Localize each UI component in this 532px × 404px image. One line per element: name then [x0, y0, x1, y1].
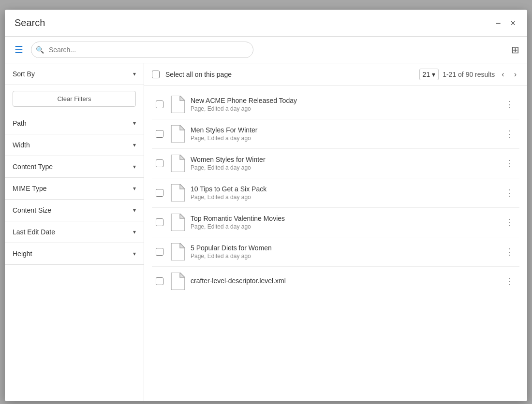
- more-icon: ⋮: [505, 99, 514, 110]
- more-icon: ⋮: [505, 217, 514, 228]
- filter-section-path: Path ▾: [5, 113, 144, 134]
- result-title: Women Styles for Winter: [191, 156, 497, 163]
- result-info: Top Romantic Valentine Movies Page, Edit…: [191, 215, 497, 230]
- more-icon: ⋮: [505, 246, 514, 257]
- width-chevron-icon: ▾: [133, 142, 136, 148]
- close-button[interactable]: ×: [508, 17, 517, 29]
- filter-header-height[interactable]: Height ▾: [5, 243, 144, 264]
- grid-view-button[interactable]: ⊞: [511, 44, 519, 56]
- table-row: 5 Popular Diets for Women Page, Edited a…: [152, 237, 519, 267]
- result-title: 10 Tips to Get a Six Pack: [191, 185, 497, 193]
- result-more-button[interactable]: ⋮: [503, 274, 516, 289]
- result-meta: Page, Edited a day ago: [191, 223, 497, 230]
- result-more-button[interactable]: ⋮: [503, 156, 516, 171]
- result-checkbox[interactable]: [156, 218, 163, 226]
- result-checkbox[interactable]: [156, 159, 163, 167]
- filter-section-last-edit-date: Last Edit Date ▾: [5, 221, 144, 243]
- result-title: Top Romantic Valentine Movies: [191, 215, 497, 222]
- filter-header-content-size[interactable]: Content Size ▾: [5, 200, 144, 221]
- modal-header: Search − ×: [5, 10, 527, 37]
- search-toolbar: ☰ 🔍 ⊞: [5, 37, 527, 63]
- table-row: crafter-level-descriptor.level.xml ⋮: [152, 267, 519, 296]
- filter-header-content-type[interactable]: Content Type ▾: [5, 156, 144, 177]
- result-checkbox[interactable]: [156, 189, 163, 197]
- filter-label-mime-type: MIME Type: [13, 185, 47, 192]
- filter-label-path: Path: [13, 119, 27, 127]
- result-meta: Page, Edited a day ago: [191, 164, 497, 171]
- result-more-button[interactable]: ⋮: [503, 245, 516, 259]
- result-title: Men Styles For Winter: [191, 126, 497, 134]
- table-row: Women Styles for Winter Page, Edited a d…: [152, 149, 519, 178]
- filter-label-width: Width: [13, 141, 30, 149]
- result-title: 5 Popular Diets for Women: [191, 244, 497, 252]
- content-area: Select all on this page 21 ▾ 1-21 of 90 …: [144, 63, 527, 401]
- filter-header-last-edit-date[interactable]: Last Edit Date ▾: [5, 221, 144, 243]
- filter-section-width: Width ▾: [5, 134, 144, 156]
- document-icon: [169, 273, 185, 290]
- table-row: 10 Tips to Get a Six Pack Page, Edited a…: [152, 178, 519, 208]
- results-count: 1-21 of 90 results: [443, 71, 495, 78]
- minimize-button[interactable]: −: [494, 17, 503, 29]
- document-icon: [169, 125, 185, 143]
- prev-page-button[interactable]: ‹: [499, 68, 507, 81]
- filter-header-mime-type[interactable]: MIME Type ▾: [5, 178, 144, 199]
- modal-title: Search: [15, 17, 45, 29]
- filter-header-path[interactable]: Path ▾: [5, 113, 144, 134]
- filter-label-content-type: Content Type: [13, 163, 53, 171]
- select-all-checkbox[interactable]: [152, 71, 160, 78]
- search-input[interactable]: [31, 42, 253, 58]
- search-modal: Search − × ☰ 🔍 ⊞: [5, 10, 527, 401]
- search-icon: 🔍: [36, 46, 44, 54]
- result-title: crafter-level-descriptor.level.xml: [191, 277, 497, 285]
- minimize-icon: −: [496, 19, 501, 28]
- filter-section-content-type: Content Type ▾: [5, 156, 144, 178]
- document-icon: [169, 96, 185, 113]
- result-checkbox[interactable]: [156, 101, 163, 108]
- prev-icon: ‹: [502, 70, 504, 78]
- next-page-button[interactable]: ›: [511, 68, 519, 81]
- height-chevron-icon: ▾: [133, 250, 136, 257]
- document-icon: [169, 155, 185, 172]
- result-checkbox[interactable]: [156, 277, 163, 285]
- result-more-button[interactable]: ⋮: [503, 215, 516, 230]
- table-row: New ACME Phone Released Today Page, Edit…: [152, 90, 519, 119]
- table-row: Top Romantic Valentine Movies Page, Edit…: [152, 208, 519, 237]
- more-icon: ⋮: [505, 276, 514, 287]
- filter-section-mime-type: MIME Type ▾: [5, 178, 144, 200]
- result-checkbox[interactable]: [156, 130, 163, 138]
- per-page-value: 21: [423, 71, 430, 78]
- close-icon: ×: [510, 19, 516, 28]
- result-info: 10 Tips to Get a Six Pack Page, Edited a…: [191, 185, 497, 201]
- mime-type-chevron-icon: ▾: [133, 185, 136, 192]
- sort-by-row[interactable]: Sort By ▾: [5, 63, 144, 85]
- result-title: New ACME Phone Released Today: [191, 97, 497, 104]
- result-info: Men Styles For Winter Page, Edited a day…: [191, 126, 497, 142]
- result-more-button[interactable]: ⋮: [503, 127, 516, 141]
- results-meta: 21 ▾ 1-21 of 90 results ‹ ›: [419, 68, 519, 81]
- filter-header-width[interactable]: Width ▾: [5, 134, 144, 156]
- hamburger-icon: ☰: [15, 44, 23, 55]
- result-info: 5 Popular Diets for Women Page, Edited a…: [191, 244, 497, 260]
- sidebar: Sort By ▾ Clear Filters Path ▾ Width ▾: [5, 63, 144, 401]
- modal-header-icons: − ×: [494, 17, 517, 29]
- next-icon: ›: [514, 70, 517, 78]
- grid-icon: ⊞: [511, 44, 519, 55]
- filter-label-content-size: Content Size: [13, 206, 51, 214]
- modal-overlay: Search − × ☰ 🔍 ⊞: [0, 0, 532, 404]
- result-info: New ACME Phone Released Today Page, Edit…: [191, 97, 497, 112]
- per-page-select[interactable]: 21 ▾: [419, 69, 439, 80]
- table-row: Men Styles For Winter Page, Edited a day…: [152, 119, 519, 149]
- more-icon: ⋮: [505, 158, 514, 169]
- sort-by-chevron-icon: ▾: [133, 71, 136, 77]
- result-more-button[interactable]: ⋮: [503, 97, 516, 112]
- document-icon: [169, 184, 185, 202]
- result-more-button[interactable]: ⋮: [503, 186, 516, 200]
- sort-by-label: Sort By: [13, 70, 35, 78]
- clear-filters-button[interactable]: Clear Filters: [13, 91, 136, 107]
- result-checkbox[interactable]: [156, 248, 163, 256]
- result-info: Women Styles for Winter Page, Edited a d…: [191, 156, 497, 171]
- hamburger-button[interactable]: ☰: [13, 42, 25, 58]
- per-page-chevron-icon: ▾: [432, 71, 435, 78]
- document-icon: [169, 214, 185, 231]
- more-icon: ⋮: [505, 129, 514, 139]
